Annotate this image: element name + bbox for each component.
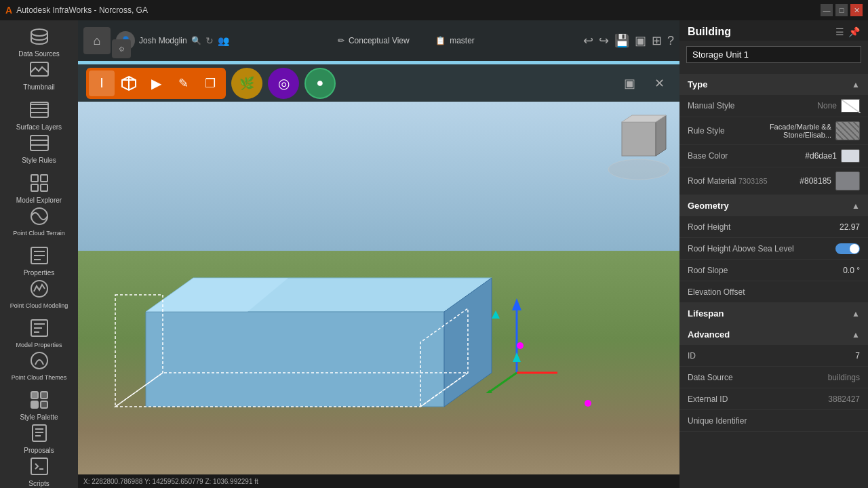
save-icon[interactable]: 💾 xyxy=(614,33,629,48)
rule-style-row: Rule Style Facade/Marble && Stone/Elisab… xyxy=(679,117,868,145)
sidebar-item-scripts[interactable]: Scripts xyxy=(5,455,73,487)
refresh-icon[interactable]: ↻ xyxy=(205,35,214,46)
app-logo: A xyxy=(5,5,12,16)
advanced-section-header[interactable]: Advanced ▲ xyxy=(679,324,868,345)
user-section: 👤 Josh Modglin 🔍 ↻ 👥 xyxy=(116,31,229,50)
mini-preview-window xyxy=(605,108,673,183)
sidebar-label-proposals: Proposals xyxy=(24,447,54,454)
roof-height-asl-label: Roof Height Above Sea Level xyxy=(688,244,835,253)
people-icon[interactable]: 👥 xyxy=(218,35,229,46)
lifespan-section-label: Lifespan xyxy=(688,308,724,319)
sidebar-label-properties: Properties xyxy=(24,269,55,277)
sidebar-item-thumbnail[interactable]: Thumbnail xyxy=(5,59,73,91)
geometry-section-header[interactable]: Geometry ▲ xyxy=(679,195,868,216)
sidebar-item-style-rules[interactable]: Style Rules xyxy=(5,132,73,164)
arrow-tool-button[interactable]: ▶ xyxy=(143,70,169,96)
sidebar-item-style-palette[interactable]: Style Palette xyxy=(5,389,73,421)
sidebar-item-data-sources[interactable]: Data Sources xyxy=(5,26,73,58)
lifespan-section-header[interactable]: Lifespan ▲ xyxy=(679,303,868,324)
transform-gizmo[interactable] xyxy=(476,285,557,393)
roof-material-swatch[interactable] xyxy=(835,171,860,190)
layout-icon[interactable]: ▣ xyxy=(635,33,646,48)
external-id-label: External ID xyxy=(688,394,828,404)
svg-marker-51 xyxy=(420,308,468,407)
rule-style-thumbnail[interactable] xyxy=(835,121,860,140)
toggle-knob xyxy=(850,244,859,253)
type-section-label: Type xyxy=(688,79,707,89)
sky xyxy=(78,102,679,270)
external-id-row: External ID 3882427 xyxy=(679,388,868,410)
search-icon[interactable]: 🔍 xyxy=(191,36,201,45)
cube-tool-button[interactable] xyxy=(116,70,142,96)
base-color-swatch[interactable] xyxy=(841,149,860,163)
view-tool-button[interactable]: ● xyxy=(304,68,336,99)
roof-slope-value[interactable]: 0.0 ° xyxy=(843,266,860,275)
analysis-tool-button[interactable]: ◎ xyxy=(268,68,299,99)
sidebar-label-point-cloud-themes: Point Cloud Themes xyxy=(12,374,66,381)
pencil-icon: ✎ xyxy=(178,76,189,91)
panel-pin-icon[interactable]: 📌 xyxy=(848,26,860,37)
view-mode-icon: ✏ xyxy=(338,36,344,45)
select-icon: I xyxy=(100,75,104,91)
branch-label[interactable]: master xyxy=(450,36,475,45)
building-name-input[interactable] xyxy=(686,46,861,63)
advanced-section-label: Advanced xyxy=(688,329,730,340)
home-button[interactable]: ⌂ xyxy=(83,27,111,54)
sidebar-item-point-cloud-modeling[interactable]: Point Cloud Modeling xyxy=(5,278,73,309)
close-button[interactable]: ✕ xyxy=(850,4,863,16)
sidebar-item-point-cloud-themes[interactable]: Point Cloud Themes xyxy=(5,350,73,381)
data-source-label: Data Source xyxy=(688,373,828,382)
statusbar: X: 2282800.786988 Y: 1425952.650779 Z: 1… xyxy=(78,474,679,488)
selection-handle-magenta[interactable] xyxy=(517,342,524,349)
branch-icon: 📋 xyxy=(435,36,446,45)
terrain-tool-button[interactable]: 🌿 xyxy=(231,68,262,99)
help-icon[interactable]: ? xyxy=(667,34,674,48)
svg-rect-22 xyxy=(41,392,47,399)
title-text: Autodesk InfraWorks - Norcross, GA xyxy=(16,5,148,15)
primary-tools: I ▶ ✎ ❐ xyxy=(86,68,226,99)
top-toolbar: ⌂ ⚙ 👤 Josh Modglin 🔍 ↻ 👥 ✏ Conceptual Vi… xyxy=(78,20,679,61)
manual-style-label: Manual Style xyxy=(688,101,817,110)
settings-button[interactable]: ⚙ xyxy=(112,39,131,58)
sidebar-item-properties[interactable]: Properties xyxy=(5,245,73,277)
svg-rect-24 xyxy=(41,401,47,408)
maximize-button[interactable]: □ xyxy=(835,4,848,16)
type-section-header[interactable]: Type ▲ xyxy=(679,74,868,95)
base-color-value: #d6dae1 xyxy=(805,151,837,161)
share-icon[interactable]: ⊞ xyxy=(652,33,662,48)
sidebar-item-model-explorer[interactable]: Model Explorer xyxy=(5,172,73,204)
sidebar-item-point-cloud-terrain[interactable]: Point Cloud Terrain xyxy=(5,205,73,237)
view-mode-label[interactable]: Conceptual View xyxy=(349,36,410,45)
svg-marker-38 xyxy=(512,298,521,310)
external-id-value: 3882427 xyxy=(828,394,860,404)
id-row: ID 7 xyxy=(679,345,868,367)
svg-rect-29 xyxy=(31,458,47,474)
sidebar-label-model-properties: Model Properties xyxy=(16,342,62,348)
manual-style-swatch[interactable] xyxy=(841,99,860,113)
roof-height-asl-toggle[interactable] xyxy=(835,243,860,254)
redo-icon[interactable]: ↪ xyxy=(599,33,609,48)
roof-slope-row: Roof Slope 0.0 ° xyxy=(679,260,868,281)
viewport[interactable]: ⌂ ⚙ 👤 Josh Modglin 🔍 ↻ 👥 ✏ Conceptual Vi… xyxy=(78,20,679,488)
selection-handle-magenta-2[interactable] xyxy=(585,400,591,407)
minimize-button[interactable]: — xyxy=(821,4,833,16)
panel-menu-icon[interactable]: ☰ xyxy=(835,26,844,37)
scene-viewport[interactable] xyxy=(78,102,679,474)
lifespan-chevron-icon: ▲ xyxy=(852,309,860,319)
sidebar-item-surface-layers[interactable]: Surface Layers xyxy=(5,99,73,131)
crosshair-button[interactable]: ✕ xyxy=(647,71,671,96)
undo-icon[interactable]: ↩ xyxy=(583,33,593,48)
roof-material-label: Roof Material 7303185 xyxy=(688,176,800,186)
rule-style-label: Rule Style xyxy=(688,126,743,136)
roof-material-value: #808185 xyxy=(800,176,831,186)
unique-identifier-row: Unique Identifier xyxy=(679,410,868,432)
select-tool-button[interactable]: I xyxy=(89,70,115,96)
sidebar-label-style-rules: Style Rules xyxy=(22,157,56,164)
svg-rect-8 xyxy=(31,184,38,191)
copy-tool-button[interactable]: ❐ xyxy=(197,70,223,96)
sidebar-item-proposals[interactable]: Proposals xyxy=(5,422,73,454)
pencil-tool-button[interactable]: ✎ xyxy=(170,70,196,96)
present-button[interactable]: ▣ xyxy=(617,71,642,96)
sidebar-item-model-properties[interactable]: Model Properties xyxy=(5,317,73,348)
roof-height-value[interactable]: 22.97 xyxy=(840,222,860,232)
